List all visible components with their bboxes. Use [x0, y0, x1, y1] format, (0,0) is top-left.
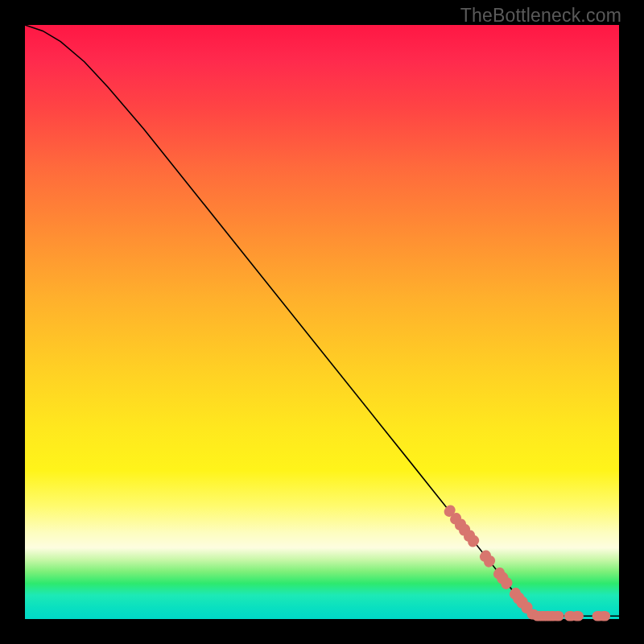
bottleneck-curve — [25, 25, 619, 616]
chart-frame: TheBottleneck.com — [0, 0, 644, 644]
watermark-text: TheBottleneck.com — [460, 5, 621, 27]
chart-svg — [25, 25, 619, 619]
data-marker — [598, 611, 610, 621]
data-marker — [572, 611, 584, 621]
data-marker — [551, 611, 564, 621]
markers-group — [442, 503, 610, 621]
